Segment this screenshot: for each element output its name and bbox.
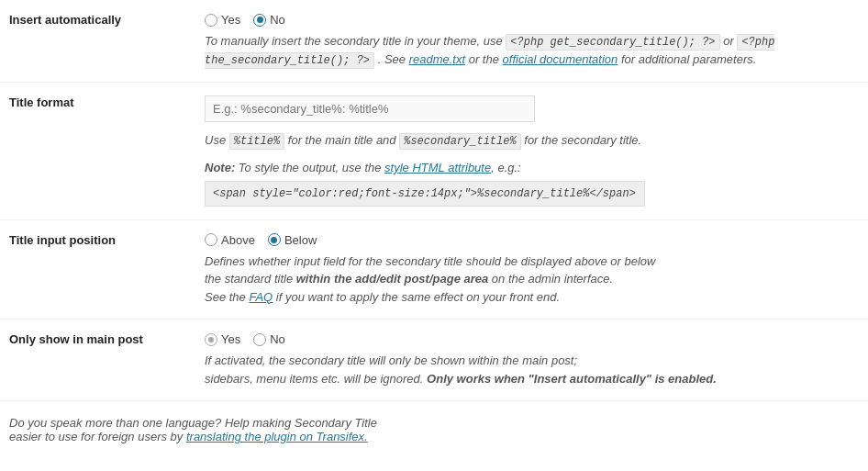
only-show-description: If activated, the secondary title will o… bbox=[205, 352, 859, 387]
osmp-desc-bold: Only works when "Insert automatically" i… bbox=[427, 372, 717, 386]
footer-section: Do you speak more than one language? Hel… bbox=[0, 401, 868, 458]
osmp-desc-line2: sidebars, menu items etc. will be ignore… bbox=[205, 372, 423, 386]
tf-code2: %secondary_title% bbox=[399, 133, 520, 150]
insert-automatically-content: Yes No To manually insert the secondary … bbox=[195, 0, 868, 83]
tip-desc-bold: within the add/edit post/page area bbox=[296, 272, 488, 286]
insert-automatically-row: Insert automatically Yes No To manually … bbox=[0, 0, 868, 83]
only-show-radio-group: Yes No bbox=[205, 332, 859, 346]
insert-automatically-no-label: No bbox=[270, 13, 285, 27]
title-position-above-label: Above bbox=[221, 233, 255, 247]
only-show-yes-label: Yes bbox=[221, 332, 240, 346]
title-format-description: Use %title% for the main title and %seco… bbox=[205, 131, 859, 150]
insert-automatically-no-radio[interactable] bbox=[253, 14, 266, 27]
title-format-row: Title format Use %title% for the main ti… bbox=[0, 83, 868, 220]
tip-desc-line2: the standard title bbox=[205, 272, 293, 286]
tf-desc-part1: Use bbox=[205, 133, 226, 147]
insert-auto-desc-part2: or bbox=[723, 34, 734, 48]
tf-note-part1: To style the output, use the bbox=[239, 161, 382, 174]
faq-link[interactable]: FAQ bbox=[249, 290, 273, 304]
tf-desc-part3: for the secondary title. bbox=[524, 133, 641, 147]
only-show-no-label: No bbox=[270, 332, 285, 346]
osmp-desc-line1: If activated, the secondary title will o… bbox=[205, 353, 577, 367]
title-position-below-label: Below bbox=[284, 233, 317, 247]
insert-auto-desc-part4: or the bbox=[469, 52, 499, 66]
insert-automatically-no-option[interactable]: No bbox=[253, 13, 285, 27]
title-format-content: Use %title% for the main title and %seco… bbox=[195, 83, 868, 220]
title-format-input[interactable] bbox=[205, 95, 535, 122]
title-position-below-radio[interactable] bbox=[268, 233, 281, 246]
tip-desc-line1: Defines whether input field for the seco… bbox=[205, 254, 655, 268]
only-show-main-post-row: Only show in main post Yes No If activat… bbox=[0, 320, 868, 401]
title-input-position-content: Above Below Defines whether input field … bbox=[195, 219, 868, 320]
title-position-above-option[interactable]: Above bbox=[205, 233, 255, 247]
tf-desc-part2: for the main title and bbox=[288, 133, 396, 147]
settings-table: Insert automatically Yes No To manually … bbox=[0, 0, 868, 401]
footer-text-part2: easier to use for foreign users by bbox=[9, 430, 183, 443]
only-show-main-post-label: Only show in main post bbox=[0, 320, 195, 401]
style-code-block: <span style="color:red;font-size:14px;">… bbox=[205, 181, 645, 207]
title-input-position-description: Defines whether input field for the seco… bbox=[205, 252, 859, 307]
insert-automatically-description: To manually insert the secondary title i… bbox=[205, 32, 859, 69]
insert-auto-desc-part3: . See bbox=[378, 52, 406, 66]
tf-code1: %title% bbox=[229, 133, 284, 150]
insert-automatically-yes-option[interactable]: Yes bbox=[205, 13, 240, 27]
tip-desc-line3: on the admin interface. bbox=[492, 272, 613, 286]
title-input-position-row: Title input position Above Below Defines… bbox=[0, 219, 868, 320]
only-show-yes-option[interactable]: Yes bbox=[205, 332, 240, 346]
tip-desc-line5: if you want to apply the same effect on … bbox=[276, 290, 560, 304]
title-format-note: Note: To style the output, use the style… bbox=[205, 159, 859, 207]
only-show-no-radio[interactable] bbox=[253, 333, 266, 346]
insert-automatically-label: Insert automatically bbox=[0, 0, 195, 83]
title-format-label: Title format bbox=[0, 83, 195, 220]
style-attr-link[interactable]: style HTML attribute bbox=[384, 161, 491, 174]
title-input-position-radio-group: Above Below bbox=[205, 233, 859, 247]
insert-automatically-radio-group: Yes No bbox=[205, 13, 859, 27]
insert-auto-desc-part1: To manually insert the secondary title i… bbox=[205, 34, 503, 48]
insert-auto-code1: <?php get_secondary_title(); ?> bbox=[506, 34, 719, 50]
transifex-link[interactable]: translating the plugin on Transifex. bbox=[186, 430, 368, 443]
title-position-below-option[interactable]: Below bbox=[268, 233, 317, 247]
tip-desc-line4: See the bbox=[205, 290, 246, 304]
only-show-yes-radio[interactable] bbox=[205, 333, 217, 346]
title-position-above-radio[interactable] bbox=[205, 233, 217, 246]
insert-auto-desc-part5: for additional parameters. bbox=[621, 52, 756, 66]
footer-text-part1: Do you speak more than one language? Hel… bbox=[9, 416, 377, 430]
note-label: Note: bbox=[205, 161, 235, 174]
tf-note-part2: , e.g.: bbox=[491, 161, 521, 174]
insert-automatically-yes-label: Yes bbox=[221, 13, 240, 27]
only-show-no-option[interactable]: No bbox=[253, 332, 285, 346]
insert-automatically-yes-radio[interactable] bbox=[205, 14, 217, 27]
title-input-position-label: Title input position bbox=[0, 219, 195, 320]
readme-link[interactable]: readme.txt bbox=[409, 52, 465, 66]
official-doc-link[interactable]: official documentation bbox=[503, 52, 618, 66]
only-show-main-post-content: Yes No If activated, the secondary title… bbox=[195, 320, 868, 401]
